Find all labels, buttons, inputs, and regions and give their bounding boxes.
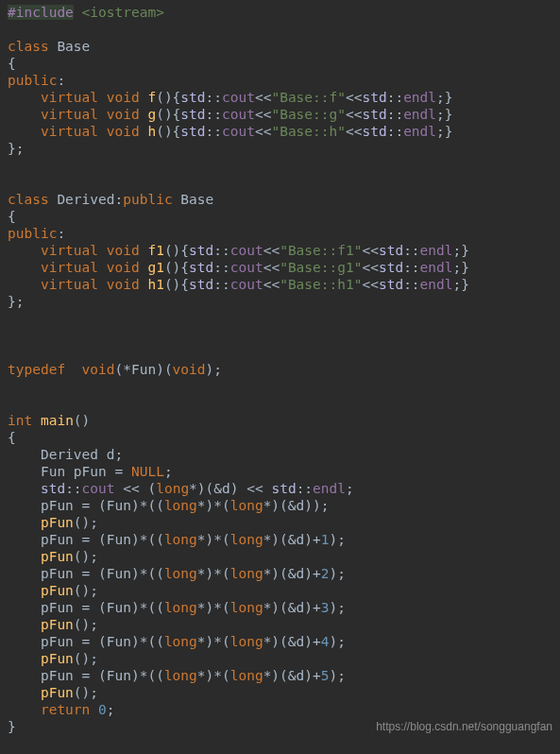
str-base-g: "Base::g" [271, 107, 346, 122]
num-4: 4 [321, 634, 330, 649]
kw-class: class [8, 39, 49, 54]
fn-main: main [41, 413, 74, 428]
include-directive: #include [8, 5, 74, 20]
kw-typedef: typedef [8, 362, 65, 377]
decl-d: Derived d; [41, 447, 123, 462]
kw-virtual: virtual [41, 90, 98, 105]
fn-g: g [147, 107, 156, 122]
str-base-h: "Base::h" [271, 124, 346, 139]
str-base-f: "Base::f" [271, 90, 346, 105]
kw-int: int [8, 413, 32, 428]
fn-f: f [147, 90, 156, 105]
kw-return: return [41, 702, 90, 717]
include-header: <iostream> [82, 5, 164, 20]
fn-h1: h1 [147, 277, 163, 292]
num-1: 1 [321, 532, 330, 547]
funptr-decl: (*Fun)( [115, 362, 173, 377]
endl: endl [403, 90, 436, 105]
class-name-derived: Derived [57, 192, 114, 207]
num-3: 3 [321, 600, 330, 615]
call-pfun: pFun [41, 515, 74, 530]
num-2: 2 [321, 566, 330, 581]
str-base-g1: "Base::g1" [280, 260, 362, 275]
str-base-h1: "Base::h1" [280, 277, 362, 292]
num-5: 5 [321, 668, 330, 683]
fn-h: h [147, 124, 156, 139]
cout: cout [222, 90, 255, 105]
fn-f1: f1 [147, 243, 163, 258]
num-0: 0 [98, 702, 107, 717]
null-literal: NULL [131, 464, 164, 479]
brace: { [8, 56, 16, 71]
kw-public: public [8, 73, 57, 88]
str-base-f1: "Base::f1" [280, 243, 362, 258]
kw-void: void [107, 90, 140, 105]
class-name-base: Base [57, 39, 90, 54]
watermark: https://blog.csdn.net/songguangfan [376, 718, 552, 735]
kw-long: long [156, 481, 189, 496]
decl-pfun: Fun pFun = [41, 464, 131, 479]
code-block: #include <iostream> class Base { public:… [8, 4, 552, 735]
fn-g1: g1 [147, 260, 163, 275]
std: std [180, 90, 205, 105]
